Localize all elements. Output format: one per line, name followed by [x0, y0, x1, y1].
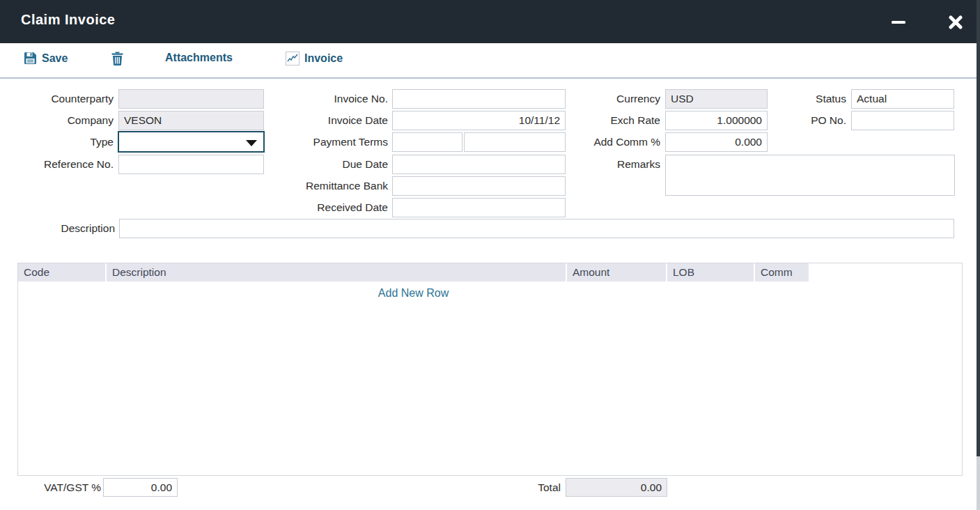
vat-gst-label: VAT/GST % [14, 478, 101, 497]
trash-icon [111, 52, 123, 65]
invoice-button[interactable]: Invoice [286, 52, 343, 65]
save-icon [24, 52, 37, 65]
page-title: Claim Invoice [21, 12, 115, 28]
received-date-label: Received Date [265, 198, 388, 217]
payment-terms-description-field[interactable] [464, 132, 566, 152]
company-field [118, 111, 264, 130]
due-date-label: Due Date [265, 155, 388, 174]
payment-terms-label: Payment Terms [265, 132, 388, 152]
currency-field [665, 89, 768, 109]
counterparty-label: Counterparty [14, 89, 114, 109]
company-label: Company [14, 111, 114, 130]
remittance-bank-field[interactable] [392, 176, 566, 196]
save-button[interactable]: Save [24, 52, 68, 65]
toolbar: Save Attachments [0, 43, 977, 79]
line-items-header: Code Description Amount LOB Comm [18, 263, 809, 281]
po-no-label: PO No. [770, 111, 846, 130]
exch-rate-label: Exch Rate [571, 111, 660, 130]
total-field [566, 478, 667, 497]
due-date-field[interactable] [392, 155, 566, 174]
title-bar: Claim Invoice [0, 0, 980, 43]
total-label: Total [474, 478, 561, 497]
counterparty-field [118, 89, 264, 109]
add-new-row-link[interactable]: Add New Row [18, 287, 809, 300]
received-date-field[interactable] [392, 198, 566, 217]
description-field[interactable] [119, 219, 954, 238]
chart-icon [286, 52, 300, 65]
reference-no-label: Reference No. [14, 155, 114, 174]
minimize-button[interactable] [886, 10, 911, 35]
add-comm-pct-label: Add Comm % [571, 132, 660, 152]
chevron-down-icon [246, 140, 257, 146]
close-button[interactable] [943, 10, 968, 35]
claim-invoice-window: Claim Invoice [0, 0, 980, 510]
column-header-code: Code [18, 263, 105, 281]
column-header-description: Description [107, 263, 566, 281]
payment-terms-code-field[interactable] [392, 132, 462, 152]
line-items-table: Code Description Amount LOB Comm Add New… [17, 263, 963, 476]
type-label: Type [14, 132, 114, 152]
status-label: Status [770, 89, 846, 109]
column-header-amount: Amount [567, 263, 666, 281]
type-select[interactable] [118, 131, 265, 153]
minimize-icon [891, 20, 906, 24]
po-no-field[interactable] [851, 111, 954, 130]
attachments-label: Attachments [165, 52, 233, 64]
remittance-bank-label: Remittance Bank [265, 176, 388, 196]
reference-no-field[interactable] [118, 155, 264, 174]
invoice-no-field[interactable] [392, 89, 566, 109]
save-label: Save [42, 52, 68, 65]
remarks-label: Remarks [571, 155, 660, 174]
close-icon [949, 15, 963, 29]
window-right-edge [977, 0, 980, 456]
vat-gst-field[interactable] [103, 478, 178, 497]
description-label: Description [14, 219, 115, 238]
attachments-button[interactable]: Attachments [165, 52, 233, 64]
add-comm-pct-field[interactable] [665, 132, 768, 152]
invoice-no-label: Invoice No. [265, 89, 388, 109]
column-header-lob: LOB [667, 263, 754, 281]
invoice-label: Invoice [304, 52, 343, 65]
delete-button[interactable] [111, 52, 123, 65]
exch-rate-field[interactable] [665, 111, 768, 130]
invoice-date-field[interactable] [392, 111, 566, 130]
status-field[interactable] [851, 89, 954, 109]
column-header-comm: Comm [755, 263, 809, 281]
invoice-date-label: Invoice Date [265, 111, 388, 130]
currency-label: Currency [571, 89, 660, 109]
remarks-field[interactable] [665, 155, 955, 196]
window-right-edge-bottom [977, 456, 980, 510]
